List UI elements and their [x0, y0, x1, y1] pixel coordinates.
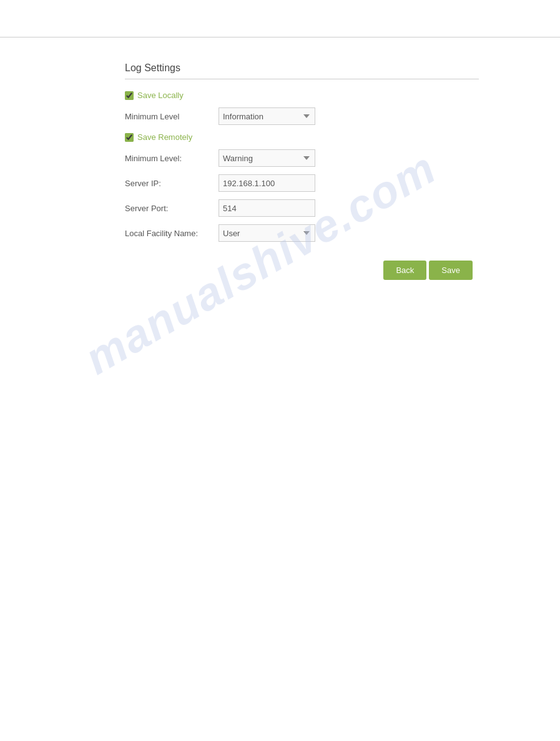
page-wrapper: Log Settings Save Locally Minimum Level …: [0, 0, 560, 741]
local-facility-row: Local Facility Name: User Kernel Mail Da…: [125, 224, 479, 242]
min-level-local-label: Minimum Level: [125, 112, 212, 121]
server-port-input[interactable]: [219, 199, 315, 217]
save-remotely-label: Save Remotely: [137, 132, 192, 142]
server-ip-label: Server IP:: [125, 179, 212, 188]
buttons-row: Back Save: [125, 261, 479, 280]
section-divider: [125, 79, 479, 79]
save-locally-checkbox[interactable]: [125, 91, 134, 100]
back-button[interactable]: Back: [383, 261, 426, 280]
local-facility-label: Local Facility Name:: [125, 229, 212, 238]
save-locally-checkbox-label[interactable]: Save Locally: [125, 91, 479, 100]
server-port-row: Server Port:: [125, 199, 479, 217]
save-remotely-checkbox[interactable]: [125, 133, 134, 142]
min-level-remote-label: Minimum Level:: [125, 154, 212, 163]
server-port-label: Server Port:: [125, 204, 212, 213]
top-bar: [0, 0, 560, 37]
min-level-local-row: Minimum Level Emergency Alert Critical E…: [125, 107, 479, 125]
min-level-local-select[interactable]: Emergency Alert Critical Error Warning N…: [219, 107, 315, 125]
min-level-remote-select[interactable]: Emergency Alert Critical Error Warning N…: [219, 149, 315, 167]
content-area: Log Settings Save Locally Minimum Level …: [0, 37, 560, 305]
server-ip-row: Server IP:: [125, 174, 479, 192]
save-button[interactable]: Save: [429, 261, 473, 280]
min-level-remote-row: Minimum Level: Emergency Alert Critical …: [125, 149, 479, 167]
server-ip-input[interactable]: [219, 174, 315, 192]
local-facility-select[interactable]: User Kernel Mail Daemon Auth Syslog LPR …: [219, 224, 315, 242]
save-remotely-checkbox-label[interactable]: Save Remotely: [125, 132, 479, 142]
remote-section: Save Remotely Minimum Level: Emergency A…: [125, 132, 479, 242]
save-locally-label: Save Locally: [137, 91, 184, 100]
page-title: Log Settings: [125, 62, 479, 74]
